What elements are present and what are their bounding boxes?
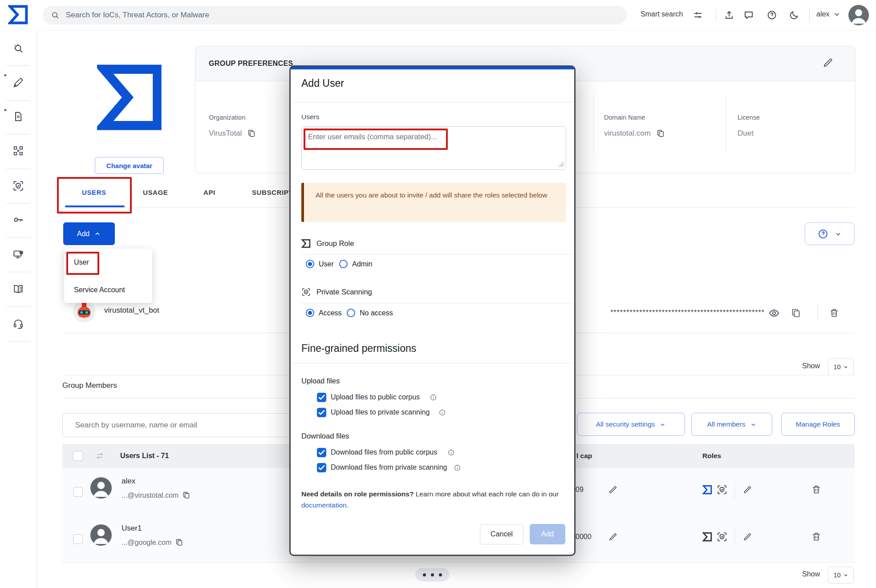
virustotal-logo-icon[interactable]	[8, 4, 28, 25]
info-icon[interactable]	[454, 464, 461, 471]
security-settings-button[interactable]: All security settings	[577, 413, 685, 436]
info-icon[interactable]	[447, 449, 455, 456]
role-permissions-note: Need details on role permissions? Learn …	[301, 488, 560, 511]
feedback-icon[interactable]	[743, 10, 754, 20]
expander-caret-icon[interactable]: ▸	[4, 107, 7, 113]
license-value: Duet	[738, 129, 754, 138]
radio-group-role-admin[interactable]: Admin	[339, 260, 372, 268]
info-icon[interactable]	[438, 409, 446, 416]
select-all-checkbox[interactable]	[73, 451, 83, 461]
radio-scanning-no-access[interactable]: No access	[347, 309, 393, 317]
delete-service-account-icon[interactable]	[829, 308, 840, 318]
permission-upload-private[interactable]: Upload files to private scanning	[291, 408, 574, 419]
documentation-link[interactable]: documentation	[301, 501, 347, 509]
edit-roles-icon[interactable]	[742, 485, 752, 495]
support-icon[interactable]	[12, 318, 24, 330]
copy-email-icon[interactable]	[175, 538, 183, 547]
sidebar-divider	[6, 100, 30, 101]
smart-search-toggle-icon[interactable]	[693, 10, 703, 20]
global-search[interactable]	[43, 6, 627, 24]
checkbox-checked-icon[interactable]	[317, 463, 326, 472]
modal-header-divider	[291, 102, 574, 102]
row-divider	[734, 528, 735, 546]
radio-icon[interactable]	[339, 260, 348, 268]
reports-icon[interactable]	[12, 111, 24, 122]
edit-group-icon[interactable]	[822, 57, 834, 68]
role-private-scanning-icon	[717, 532, 727, 542]
group-avatar-logo	[97, 62, 164, 133]
copy-key-icon[interactable]	[791, 308, 801, 318]
page-dots	[415, 568, 449, 581]
hunting-icon[interactable]	[12, 77, 24, 89]
change-avatar-button[interactable]: Change avatar	[95, 157, 164, 174]
radio-selected-icon[interactable]	[306, 260, 314, 268]
menu-item-service-account[interactable]: Service Account	[64, 286, 152, 294]
all-members-button[interactable]: All members	[691, 413, 772, 436]
similarity-icon[interactable]	[12, 145, 24, 157]
user-emails-textarea[interactable]	[301, 126, 566, 170]
group-members-title: Group Members	[62, 381, 117, 390]
user-avatar[interactable]	[848, 5, 869, 25]
help-icon[interactable]	[766, 10, 777, 20]
resize-handle-icon[interactable]	[558, 161, 564, 167]
manage-roles-button[interactable]: Manage Roles	[781, 413, 855, 436]
add-button[interactable]: Add	[63, 222, 115, 245]
add-submit-button-disabled[interactable]: Add	[530, 524, 565, 544]
tab-usage[interactable]: USAGE	[143, 189, 168, 196]
expander-caret-icon[interactable]: ▸	[4, 72, 7, 78]
page-size-select[interactable]: 10	[828, 358, 854, 375]
monitoring-icon[interactable]	[12, 249, 24, 260]
delete-user-icon[interactable]	[811, 532, 822, 542]
radio-icon[interactable]	[347, 309, 355, 317]
delete-user-icon[interactable]	[811, 484, 822, 495]
ai-search-icon[interactable]	[12, 42, 24, 54]
help-menu-button[interactable]	[805, 222, 855, 245]
service-account-name: virustotal_vt_bot	[104, 306, 159, 315]
edit-cap-icon[interactable]	[608, 532, 618, 542]
documentation-icon[interactable]	[12, 283, 24, 295]
user-menu[interactable]: alex	[816, 10, 841, 18]
swap-sort-icon[interactable]	[94, 451, 105, 461]
page-size-select[interactable]: 10	[828, 567, 854, 584]
copy-icon[interactable]	[656, 129, 665, 138]
cancel-button[interactable]: Cancel	[480, 524, 523, 544]
checkbox-checked-icon[interactable]	[317, 448, 326, 457]
menu-item-user[interactable]: User	[64, 258, 152, 266]
sidebar-divider	[6, 134, 30, 134]
reveal-key-eye-icon[interactable]	[768, 307, 780, 319]
copy-email-icon[interactable]	[182, 491, 191, 499]
topbar-divider	[809, 8, 810, 22]
topbar-divider	[716, 8, 716, 22]
copy-icon[interactable]	[247, 129, 256, 138]
fine-grained-title: Fine-grained permissions	[301, 342, 416, 354]
checkbox-checked-icon[interactable]	[317, 393, 326, 402]
radio-group-role-user[interactable]: User	[306, 260, 334, 268]
upload-icon[interactable]	[724, 10, 734, 20]
row-checkbox[interactable]	[73, 534, 83, 544]
tab-api[interactable]: API	[203, 189, 215, 196]
modal-section-divider	[301, 303, 574, 303]
row-checkbox[interactable]	[73, 487, 83, 497]
edit-roles-icon[interactable]	[742, 532, 752, 542]
all-members-label: All members	[707, 420, 745, 428]
top-bar: Smart search alex	[0, 0, 876, 31]
masked-api-key: ****************************************…	[610, 309, 765, 317]
checkbox-checked-icon[interactable]	[317, 408, 326, 417]
cap-column-header: l cap	[576, 452, 592, 460]
info-icon[interactable]	[430, 394, 437, 401]
radio-scanning-access[interactable]: Access	[306, 309, 342, 317]
tab-users[interactable]: USERS	[82, 189, 106, 196]
chevron-down-icon	[659, 421, 666, 428]
edit-cap-icon[interactable]	[608, 485, 618, 495]
smart-search-label: Smart search	[641, 10, 683, 18]
dark-mode-icon[interactable]	[789, 10, 799, 20]
api-key-icon[interactable]	[12, 214, 24, 226]
private-scanning-icon[interactable]	[12, 180, 24, 192]
permission-upload-public[interactable]: Upload files to public corpus	[291, 393, 574, 403]
users-list-title: Users List - 71	[120, 452, 169, 460]
sidebar-divider	[6, 341, 30, 342]
radio-selected-icon[interactable]	[306, 309, 314, 317]
permission-download-private[interactable]: Download files from private scanning	[291, 463, 574, 474]
permission-download-public[interactable]: Download files from public corpus	[291, 448, 574, 459]
search-input[interactable]	[65, 10, 619, 20]
